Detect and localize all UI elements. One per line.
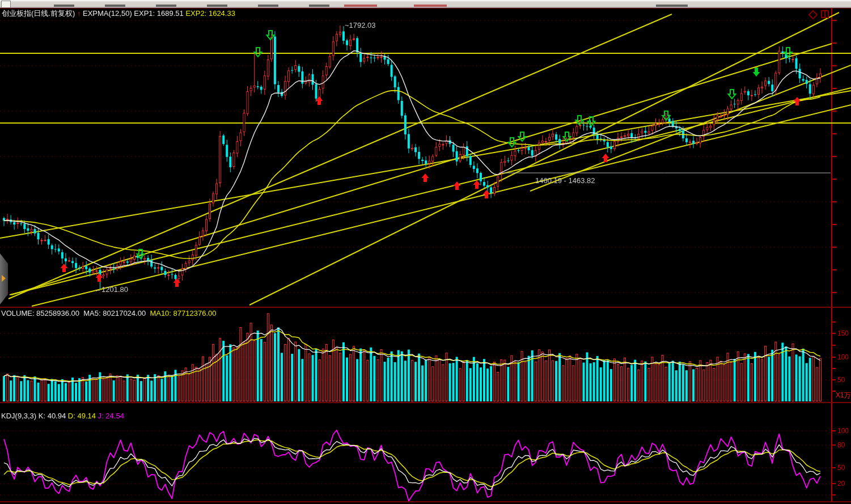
- kdj-header: KDJ(9,3,3) K: 40.94 D: 49.14 J: 24.54: [1, 412, 124, 420]
- menu-item-clipped[interactable]: [54, 5, 74, 7]
- menu-item-clipped[interactable]: [656, 5, 688, 7]
- chart-canvas: [0, 0, 851, 504]
- kdj-name: KDJ(9,3,3): [1, 412, 36, 420]
- volume-axis-label: 150: [837, 329, 851, 337]
- kdj-axis-label: 20: [837, 480, 851, 488]
- volume-axis-label: 50: [837, 376, 851, 384]
- symbol-title: 创业板指(日线.前复权): [2, 9, 75, 18]
- kdj-j-value: J: 24.54: [98, 412, 124, 420]
- kdj-k-value: K: 40.94: [39, 412, 66, 420]
- expand-triangle-icon: [2, 275, 6, 282]
- app-icon: [1, 1, 11, 8]
- kdj-d-value: D: 49.14: [68, 412, 96, 420]
- exp1-value: EXP1: 1689.51: [134, 9, 183, 18]
- indicator-label: EXPMA(12,50): [83, 9, 132, 18]
- separator-line: [0, 501, 851, 502]
- peak-price-annotation: ~1792.03: [345, 21, 376, 29]
- menu-item-highlight-clipped[interactable]: [344, 5, 377, 7]
- window-split-icon[interactable]: [821, 10, 829, 18]
- kdj-axis-label: 80: [837, 441, 851, 449]
- trading-app-screen: { "colors":{"background":"#000000","up_c…: [0, 0, 851, 504]
- main-chart-header: 创业板指(日线.前复权) ↑ EXPMA(12,50) EXP1: 1689.5…: [2, 9, 235, 19]
- volume-ma5-value: MA5: 80217024.00: [83, 309, 146, 317]
- kdj-axis-label: 50: [837, 464, 851, 472]
- menu-item-clipped[interactable]: [156, 5, 176, 7]
- separator-line: [0, 402, 851, 403]
- separator-line: [0, 307, 851, 308]
- trough-price-annotation: ←1201.80: [94, 285, 128, 294]
- menu-item-clipped[interactable]: [105, 5, 125, 7]
- volume-ma10-value: MA10: 87712376.00: [150, 309, 216, 317]
- menu-item-clipped[interactable]: [258, 5, 278, 7]
- gap-range-annotation: 1460.19 - 1463.82: [535, 176, 595, 185]
- menu-bar[interactable]: [0, 0, 851, 8]
- exp2-value: EXP2: 1624.33: [185, 9, 235, 18]
- volume-header: VOLUME: 85258936.00 MA5: 80217024.00 MA1…: [1, 309, 217, 317]
- menu-item-clipped[interactable]: [207, 5, 227, 7]
- volume-axis-label: 100: [837, 353, 851, 361]
- volume-value: VOLUME: 85258936.00: [1, 309, 79, 317]
- volume-unit-label: X1万: [836, 391, 851, 400]
- menu-item-highlight-clipped[interactable]: [414, 5, 447, 7]
- kdj-axis-label: 100: [837, 427, 851, 435]
- menu-item-clipped[interactable]: [309, 5, 329, 7]
